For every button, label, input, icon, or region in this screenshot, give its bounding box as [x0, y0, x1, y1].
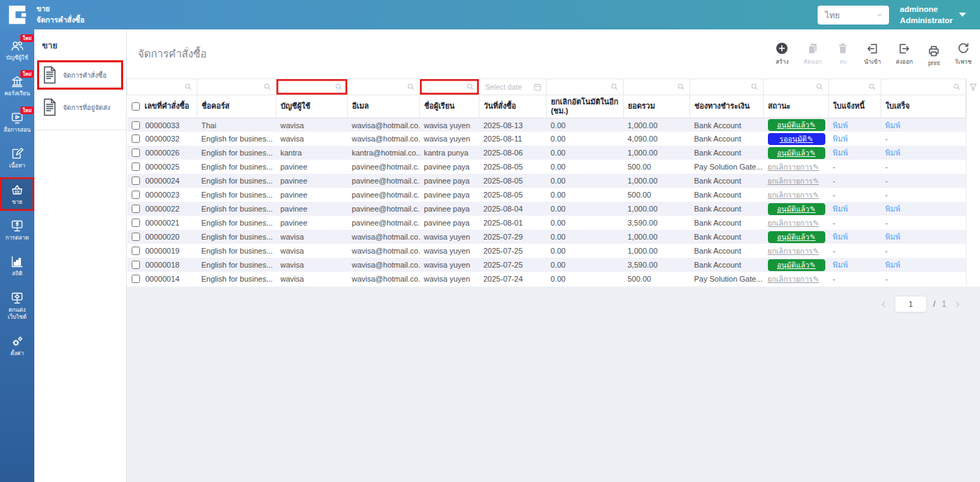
order-date-filter-input[interactable]	[484, 79, 531, 95]
filter-cell-9	[764, 79, 829, 95]
column-header: ชื่อผู้เรียน	[420, 95, 479, 118]
sidebar-item-decorate[interactable]: ตกแต่ง เว็บไซต์	[0, 285, 34, 326]
status-badge[interactable]: อนุมัติแล้ว✎	[768, 259, 825, 272]
total-cell-value: 1,000.00	[628, 247, 658, 255]
order-no-cell: 00000019	[127, 244, 197, 258]
import-button[interactable]: นำเข้า	[864, 42, 881, 67]
invoice-print-link[interactable]: พิมพ์	[833, 233, 848, 241]
row-checkbox[interactable]	[132, 261, 140, 269]
column-search-input[interactable]	[202, 79, 260, 95]
learner-cell-value: kantra punya	[424, 149, 469, 157]
orders-card: จัดการคำสั่งซื้อ สร้างคัดลอกลบนำเข้าส่งอ…	[127, 29, 980, 287]
status-label: ยกเลิกรายการ	[768, 191, 813, 199]
page-number-input[interactable]	[895, 296, 927, 312]
column-search-input[interactable]	[281, 79, 332, 95]
create-button[interactable]: สร้าง	[776, 42, 789, 67]
select-all-checkbox[interactable]	[132, 102, 140, 111]
sidebar-item-courses[interactable]: ใหม่คอร์สเรียน	[0, 69, 34, 102]
toolbar-button-label: คัดลอก	[804, 57, 822, 67]
receipt-print-link[interactable]: พิมพ์	[886, 261, 901, 269]
filter-funnel-icon[interactable]	[969, 83, 978, 92]
submenu-item-shipping[interactable]: จัดการที่อยู่จัดส่ง	[39, 95, 121, 120]
sidebar-item-settings[interactable]: ตั้งค่า	[0, 329, 34, 362]
invoice-print-link[interactable]: พิมพ์	[833, 149, 848, 157]
row-checkbox[interactable]	[132, 205, 140, 213]
username-cell: pavinee	[276, 174, 348, 188]
row-checkbox[interactable]	[132, 121, 140, 130]
edit-icon: ✎	[807, 135, 813, 143]
email-cell-value: pavinee@hotmail.c...	[352, 191, 420, 199]
prev-page-button[interactable]	[879, 300, 888, 309]
row-checkbox[interactable]	[132, 191, 140, 199]
refresh-button[interactable]: รีเฟรช	[955, 42, 972, 67]
export-button[interactable]: ส่งออก	[895, 42, 913, 67]
column-search-input[interactable]	[833, 79, 865, 95]
status-badge[interactable]: รออนุมัติ✎	[768, 133, 825, 146]
column-search-input[interactable]	[551, 79, 608, 95]
status-badge[interactable]: อนุมัติแล้ว✎	[768, 119, 825, 132]
search-icon	[407, 83, 415, 91]
status-badge[interactable]: อนุมัติแล้ว✎	[768, 231, 825, 244]
sidebar-item-content[interactable]: เนื้อหา	[0, 141, 34, 174]
column-search-input[interactable]	[768, 79, 813, 95]
search-icon	[263, 83, 272, 91]
row-checkbox[interactable]	[132, 219, 140, 227]
order-date-cell-value: 2025-08-11	[484, 135, 522, 143]
sidebar-item-sell[interactable]: ขาย	[0, 177, 34, 211]
row-checkbox[interactable]	[132, 247, 140, 255]
sidebar-item-accounts[interactable]: ใหม่บัญชีผู้ใช้	[0, 33, 34, 67]
status-badge[interactable]: ยกเลิกรายการ✎	[768, 163, 819, 171]
column-header: ใบแจ้งหนี้	[829, 95, 881, 118]
total-cell-value: 500.00	[628, 275, 652, 283]
username-cell: pavinee	[276, 216, 348, 230]
status-badge[interactable]: อนุมัติแล้ว✎	[768, 203, 825, 216]
course-cell-value: English for busines...	[202, 205, 273, 213]
invoice-print-link[interactable]: พิมพ์	[833, 261, 848, 269]
status-badge[interactable]: ยกเลิกรายการ✎	[768, 275, 819, 283]
column-search-input[interactable]	[886, 79, 950, 95]
course-cell-value: English for busines...	[202, 247, 273, 255]
invoice-cell: พิมพ์	[829, 146, 881, 160]
status-badge[interactable]: ยกเลิกรายการ✎	[768, 177, 819, 185]
next-page-button[interactable]	[953, 300, 962, 309]
column-search-input[interactable]	[424, 79, 463, 95]
order-date-cell: 2025-07-29	[479, 230, 547, 244]
receipt-print-link[interactable]: พิมพ์	[886, 233, 901, 241]
row-checkbox[interactable]	[132, 135, 140, 143]
column-search-input[interactable]	[352, 79, 404, 95]
page-title: จัดการคำสั่งซื้อ	[138, 46, 206, 62]
print-button[interactable]: print	[927, 45, 940, 67]
total-cell: 1,000.00	[624, 202, 690, 216]
learner-cell-value: pavinee paya	[424, 191, 470, 199]
invoice-print-link[interactable]: พิมพ์	[833, 205, 848, 213]
language-select[interactable]: ไทย	[818, 6, 889, 25]
sidebar-item-stats[interactable]: สถิติ	[0, 249, 34, 282]
status-badge[interactable]: ยกเลิกรายการ✎	[768, 247, 819, 255]
column-search-input[interactable]	[694, 79, 748, 95]
invoice-cell-empty: -	[833, 191, 836, 199]
receipt-print-link[interactable]: พิมพ์	[886, 205, 901, 213]
receipt-print-link[interactable]: พิมพ์	[886, 149, 901, 157]
status-badge[interactable]: อนุมัติแล้ว✎	[768, 147, 825, 160]
user-menu[interactable]: adminone Administrator	[900, 4, 966, 26]
course-cell-value: English for busines...	[202, 275, 273, 283]
column-search-input[interactable]	[628, 79, 674, 95]
sidebar-item-media[interactable]: ใหม่สื่อการสอน	[0, 105, 34, 139]
receipt-print-link[interactable]: พิมพ์	[886, 121, 901, 130]
submenu-item-orders[interactable]: จัดการคำสั่งซื้อ	[39, 62, 121, 88]
row-checkbox[interactable]	[132, 149, 140, 157]
row-checkbox[interactable]	[132, 177, 140, 185]
orders-table: เลขที่คำสั่งซื้อชื่อคอร์สบัญชีผู้ใช้อีเม…	[127, 78, 966, 286]
invoice-print-link[interactable]: พิมพ์	[833, 121, 848, 130]
row-checkbox[interactable]	[132, 163, 140, 171]
sidebar-item-marketing[interactable]: การตลาด	[0, 213, 34, 247]
row-checkbox[interactable]	[132, 275, 140, 283]
row-checkbox[interactable]	[132, 233, 140, 241]
column-search-input[interactable]	[132, 79, 181, 95]
status-badge[interactable]: ยกเลิกรายการ✎	[768, 191, 819, 199]
column-header: ยอดรวม	[624, 95, 690, 118]
email-cell-value: wavisa@hotmail.co...	[352, 135, 420, 143]
app-logo-icon[interactable]	[7, 4, 28, 25]
status-badge[interactable]: ยกเลิกรายการ✎	[768, 219, 819, 227]
invoice-print-link[interactable]: พิมพ์	[833, 135, 848, 143]
